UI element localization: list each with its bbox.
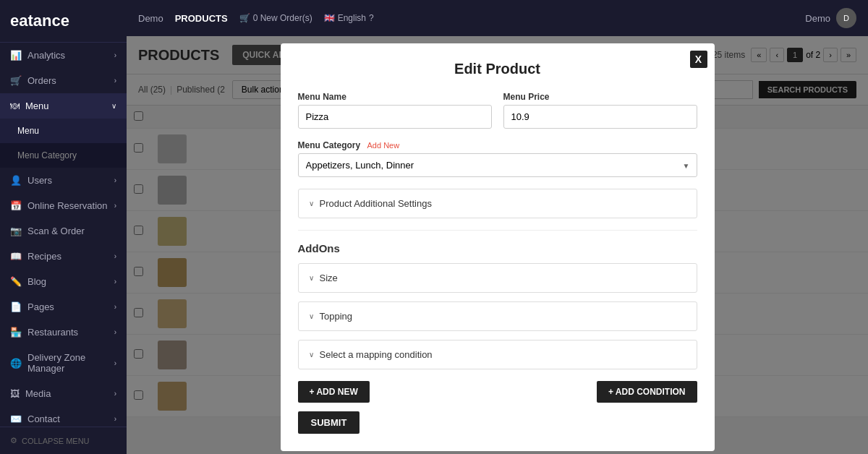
sidebar-item-media[interactable]: 🖼 Media › (0, 381, 127, 406)
addon-size-toggle[interactable]: ∨ Size (299, 264, 697, 292)
topbar-language[interactable]: 🇬🇧 English ? (324, 13, 374, 23)
user-avatar[interactable]: D (836, 8, 856, 28)
sidebar-item-label: Contact (27, 414, 60, 424)
sidebar-item-online-reservation[interactable]: 📅 Online Reservation › (0, 193, 127, 218)
menu-category-select[interactable]: Appetizers, Lunch, Dinner (298, 153, 697, 177)
analytics-icon: 📊 (10, 50, 22, 61)
addon-mapping-toggle[interactable]: ∨ Select a mapping condition (299, 340, 697, 369)
flag-icon: 🇬🇧 (324, 13, 335, 23)
addon-size: ∨ Size (298, 263, 697, 293)
sidebar-item-scan-order[interactable]: 📷 Scan & Order (0, 218, 127, 244)
chevron-down-icon: ∨ (309, 312, 314, 320)
additional-settings-toggle[interactable]: ∨ Product Additional Settings (299, 189, 697, 218)
sidebar-item-label: Pages (27, 301, 54, 312)
sidebar-item-menu-category[interactable]: Menu Category (0, 143, 127, 168)
topbar-cart[interactable]: 🛒 0 New Order(s) (239, 13, 312, 23)
sidebar-item-contact[interactable]: ✉️ Contact › (0, 406, 127, 427)
submit-button[interactable]: SUBMIT (298, 411, 360, 434)
submenu-label: Menu Category (17, 150, 77, 160)
sidebar-item-orders[interactable]: 🛒 Orders › (0, 68, 127, 93)
chevron-right-icon: › (114, 252, 116, 260)
addon-topping: ∨ Topping (298, 301, 697, 331)
addon-mapping-label: Select a mapping condition (320, 349, 433, 360)
cart-icon: 🛒 (239, 13, 250, 23)
add-condition-button[interactable]: + ADD CONDITION (597, 381, 697, 403)
sidebar-item-blog[interactable]: ✏️ Blog › (0, 269, 127, 294)
addon-mapping: ∨ Select a mapping condition (298, 340, 697, 369)
sidebar-item-label: Menu (25, 100, 49, 111)
contact-icon: ✉️ (10, 414, 22, 424)
sidebar-item-users[interactable]: 👤 Users › (0, 168, 127, 193)
modal-close-button[interactable]: X (690, 51, 707, 68)
chevron-down-icon: ∨ (309, 351, 314, 359)
sidebar-item-menu[interactable]: 🍽 Menu ∨ (0, 93, 127, 119)
section-divider (298, 230, 697, 231)
chevron-right-icon: › (114, 390, 116, 398)
add-new-addon-button[interactable]: + ADD NEW (298, 381, 370, 403)
blog-icon: ✏️ (10, 276, 22, 287)
addons-title: AddOns (298, 242, 697, 254)
menu-category-label: Menu Category Add New (298, 140, 697, 150)
brand-logo: eatance (0, 0, 127, 43)
sidebar-item-delivery-zone[interactable]: 🌐 Delivery Zone Manager › (0, 345, 127, 381)
delivery-icon: 🌐 (10, 358, 22, 369)
sidebar-item-recipes[interactable]: 📖 Recipes › (0, 244, 127, 269)
name-price-row: Menu Name Menu Price (298, 92, 697, 129)
sidebar-item-analytics[interactable]: 📊 Analytics › (0, 43, 127, 68)
chevron-down-icon: ∨ (309, 274, 314, 282)
chevron-right-icon: › (114, 51, 116, 59)
recipes-icon: 📖 (10, 251, 22, 262)
menu-submenu: Menu Menu Category (0, 119, 127, 168)
modal-title: Edit Product (298, 61, 697, 77)
modal-footer: + ADD NEW + ADD CONDITION (298, 381, 697, 403)
help-icon: ? (369, 13, 374, 23)
submit-area: SUBMIT (298, 403, 697, 434)
addon-size-label: Size (320, 273, 338, 283)
scan-icon: 📷 (10, 226, 22, 236)
sidebar-item-pages[interactable]: 📄 Pages › (0, 294, 127, 320)
sidebar-item-label: Orders (27, 75, 56, 86)
chevron-right-icon: › (114, 202, 116, 210)
category-add-new-link[interactable]: Add New (367, 141, 400, 150)
collapse-menu-button[interactable]: ⚙ COLLAPSE MENU (0, 427, 127, 454)
sidebar-item-label: Delivery Zone Manager (27, 352, 114, 374)
sidebar-nav: 📊 Analytics › 🛒 Orders › 🍽 Menu ∨ Menu (0, 43, 127, 427)
chevron-right-icon: › (114, 176, 116, 184)
users-icon: 👤 (10, 175, 22, 186)
modal-overlay: X Edit Product Menu Name Menu Price Menu… (127, 36, 868, 454)
additional-settings-label: Product Additional Settings (320, 198, 432, 209)
menu-price-group: Menu Price (503, 92, 697, 129)
media-icon: 🖼 (10, 388, 20, 399)
edit-product-modal: X Edit Product Menu Name Menu Price Menu… (281, 43, 715, 451)
sidebar-item-restaurants[interactable]: 🏪 Restaurants › (0, 320, 127, 345)
menu-price-label: Menu Price (503, 92, 697, 102)
gear-icon: ⚙ (10, 436, 17, 445)
chevron-down-icon: ∨ (309, 200, 314, 207)
reservation-icon: 📅 (10, 200, 22, 211)
sidebar-item-label: Restaurants (27, 327, 78, 338)
topbar-demo-link[interactable]: Demo (138, 13, 163, 24)
orders-icon: 🛒 (10, 75, 22, 86)
sidebar-item-label: Media (25, 388, 51, 399)
menu-icon: 🍽 (10, 100, 20, 111)
sidebar-item-menu-sub[interactable]: Menu (0, 119, 127, 143)
chevron-right-icon: › (114, 278, 116, 286)
topbar-products-link[interactable]: PRODUCTS (175, 13, 228, 24)
pages-icon: 📄 (10, 301, 22, 312)
sidebar-item-label: Analytics (27, 50, 65, 61)
addon-topping-toggle[interactable]: ∨ Topping (299, 302, 697, 330)
menu-name-label: Menu Name (298, 92, 492, 102)
category-select-wrapper: Appetizers, Lunch, Dinner (298, 153, 697, 177)
menu-name-input[interactable] (298, 105, 492, 129)
menu-price-input[interactable] (503, 105, 697, 129)
main-content: PRODUCTS QUICK ADD ADD NEW 25 items « ‹ … (127, 36, 868, 454)
sidebar-item-label: Blog (27, 276, 46, 287)
topbar: Demo PRODUCTS 🛒 0 New Order(s) 🇬🇧 Englis… (127, 0, 868, 36)
menu-category-group: Menu Category Add New Appetizers, Lunch,… (298, 140, 697, 177)
sidebar-item-label: Online Reservation (27, 200, 108, 211)
menu-name-group: Menu Name (298, 92, 492, 129)
sidebar-item-label: Users (27, 175, 52, 186)
restaurants-icon: 🏪 (10, 327, 22, 338)
sidebar: eatance 📊 Analytics › 🛒 Orders › 🍽 Menu … (0, 0, 127, 454)
submenu-label: Menu (17, 126, 39, 136)
